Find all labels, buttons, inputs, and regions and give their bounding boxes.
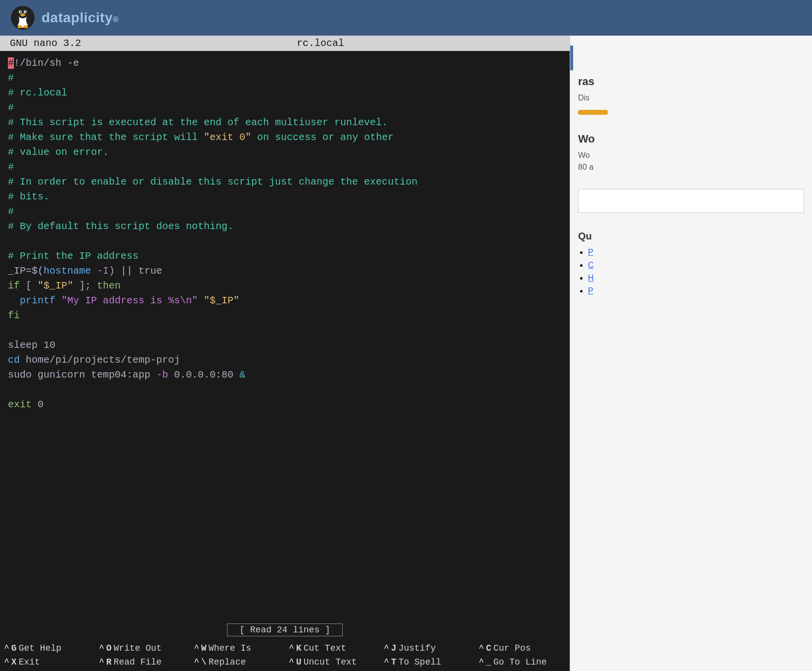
editor-line — [8, 383, 562, 397]
svg-point-10 — [26, 15, 30, 25]
shortcut-where-is: ^W Where Is — [190, 641, 285, 655]
editor-line: # — [8, 204, 562, 219]
svg-point-9 — [15, 15, 19, 25]
shortcut-cut-text: ^K Cut Text — [285, 641, 380, 655]
main-area: GNU nano 3.2 rc.local #!/bin/sh -e # # r… — [0, 36, 812, 671]
shortcut-write-out: ^O Write Out — [95, 641, 190, 655]
svg-point-2 — [17, 7, 28, 18]
editor-line: # value on error. — [8, 145, 562, 160]
logo-text: dataplicity® — [42, 10, 119, 26]
editor-line: # Print the IP address — [8, 249, 562, 264]
shortcut-uncut-text: ^U Uncut Text — [285, 655, 380, 669]
editor-line: # Make sure that the script will "exit 0… — [8, 130, 562, 145]
editor-line: sleep 10 — [8, 338, 562, 353]
svg-point-6 — [25, 11, 26, 13]
logo-brand-name: dataplicity — [42, 10, 113, 25]
editor-line: sudo gunicorn temp04:app -b 0.0.0.0:80 & — [8, 368, 562, 383]
status-message: [ Read 24 lines ] — [227, 623, 343, 636]
nano-version: GNU nano 3.2 — [10, 38, 81, 49]
editor-line: # In order to enable or disable this scr… — [8, 175, 562, 190]
shortcut-get-help: ^G Get Help — [0, 641, 95, 655]
editor-line: fi — [8, 308, 562, 323]
sidebar-toggle-arrow[interactable]: → — [570, 46, 573, 70]
editor-area[interactable]: #!/bin/sh -e # # rc.local # # This scrip… — [0, 51, 570, 621]
sidebar-section2-text: Wo80 a — [578, 149, 804, 173]
shortcut-go-to-line: ^_ Go To Line — [475, 655, 570, 669]
editor-line: # — [8, 100, 562, 115]
shortcut-justify: ^J Justify — [380, 641, 475, 655]
svg-point-12 — [23, 25, 28, 28]
svg-point-5 — [20, 11, 21, 13]
shortcut-exit: ^X Exit — [0, 655, 95, 669]
sidebar-section2-title: Wo — [578, 133, 804, 145]
svg-point-11 — [17, 25, 22, 28]
editor-line: # This script is executed at the end of … — [8, 115, 562, 130]
sidebar-link-4[interactable]: P — [588, 287, 804, 295]
right-sidebar: → ras Dis Wo Wo80 a Qu P C H P — [570, 36, 812, 671]
editor-line: printf "My IP address is %s\n" "$_IP" — [8, 293, 562, 308]
sidebar-section3-title: Qu — [578, 231, 804, 242]
nano-filename: rc.local — [297, 38, 344, 49]
shortcut-read-file: ^R Read File — [95, 655, 190, 669]
sidebar-link-2[interactable]: C — [588, 261, 804, 270]
editor-line: cd home/pi/projects/temp-proj — [8, 353, 562, 368]
editor-line: _IP=$(hostname -I) || true — [8, 264, 562, 279]
editor-line — [8, 323, 562, 338]
sidebar-bar — [578, 110, 608, 115]
shortcut-to-spell: ^T To Spell — [380, 655, 475, 669]
editor-line: if [ "$_IP" ]; then — [8, 279, 562, 293]
logo-trademark: ® — [113, 15, 119, 24]
editor-line: # rc.local — [8, 86, 562, 100]
editor-line: #!/bin/sh -e — [8, 56, 562, 71]
svg-point-7 — [20, 13, 25, 16]
sidebar-input[interactable] — [578, 189, 804, 213]
sidebar-section1-title: ras — [578, 75, 804, 88]
nano-titlebar: GNU nano 3.2 rc.local — [0, 36, 570, 51]
shortcut-cur-pos: ^C Cur Pos — [475, 641, 570, 655]
editor-line — [8, 234, 562, 249]
logo: dataplicity® — [10, 5, 119, 31]
penguin-icon — [10, 5, 36, 31]
header-bar: dataplicity® — [0, 0, 812, 36]
shortcut-bar: ^G Get Help ^O Write Out ^W Where Is ^K … — [0, 639, 570, 671]
editor-line: # — [8, 160, 562, 175]
sidebar-link-3[interactable]: H — [588, 274, 804, 283]
editor-line: exit 0 — [8, 397, 562, 412]
editor-line: # — [8, 71, 562, 86]
shortcut-replace: ^\ Replace — [190, 655, 285, 669]
editor-line: # bits. — [8, 190, 562, 204]
sidebar-link-1[interactable]: P — [588, 248, 804, 257]
sidebar-section1-text: Dis — [578, 92, 804, 104]
terminal-panel[interactable]: GNU nano 3.2 rc.local #!/bin/sh -e # # r… — [0, 36, 570, 671]
status-bar: [ Read 24 lines ] — [0, 621, 570, 639]
editor-line: # By default this script does nothing. — [8, 219, 562, 234]
